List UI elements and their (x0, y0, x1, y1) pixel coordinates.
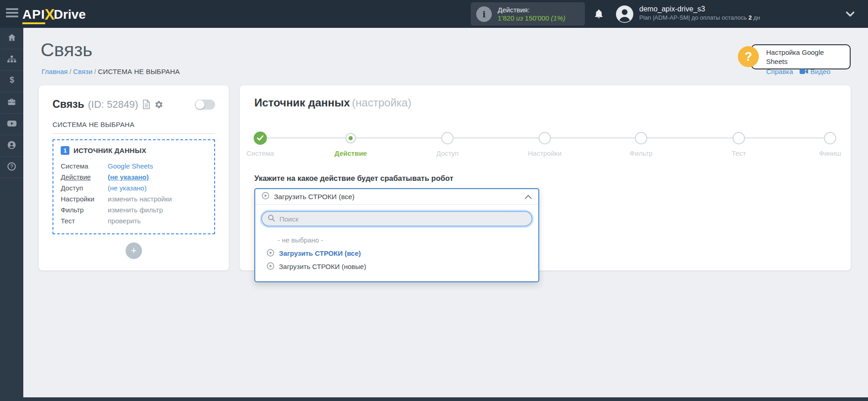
action-dropdown: Загрузить СТРОКИ (все) - не выбрано - За… (254, 188, 539, 282)
action-question: Укажите на какое действие будет срабатыв… (254, 174, 836, 183)
youtube-icon (7, 119, 17, 130)
source-row: Действие (не указано) (61, 172, 207, 183)
link-card: Связь (ID: 52849) СИСТЕМА НЕ ВЫБРАНА 1 И… (39, 85, 229, 270)
help-question-icon[interactable]: ? (738, 46, 759, 67)
data-source-block[interactable]: 1 ИСТОЧНИК ДАННЫХ Система Google Sheets … (53, 139, 215, 234)
apixdrive-logo[interactable]: APIXDrive (22, 5, 86, 24)
source-row: Система Google Sheets (61, 161, 207, 172)
breadcrumb-separator: / (69, 68, 71, 75)
notifications-bell-icon[interactable] (594, 8, 604, 21)
step-node-4[interactable] (539, 132, 551, 144)
step-label: Система (247, 149, 274, 157)
menu-icon[interactable] (6, 8, 18, 19)
source-row-label: Тест (61, 216, 108, 227)
briefcase-icon (7, 97, 16, 108)
logo-text-x: X (45, 6, 55, 23)
video-camera-icon (800, 68, 808, 76)
logo-text-api: API (22, 7, 45, 24)
source-row-value[interactable]: (не указано) (108, 183, 147, 194)
active-dot (349, 136, 353, 140)
sidebar-item-user[interactable] (0, 135, 23, 157)
source-heading: ИСТОЧНИК ДАННЫХ (74, 147, 147, 154)
source-row-label: Доступ (61, 183, 108, 194)
sidebar-item-sitemap[interactable] (0, 49, 23, 71)
step-node-7[interactable] (824, 132, 836, 144)
user-menu[interactable]: demo_apix-drive_s3 Plan |ADM-AP-SM| до о… (639, 4, 760, 22)
svg-text:$: $ (10, 76, 14, 84)
video-link[interactable]: Видео (810, 68, 831, 75)
source-row: Доступ (не указано) (61, 183, 207, 194)
breadcrumb-link[interactable]: Главная (42, 68, 68, 75)
add-system-button[interactable]: + (126, 243, 142, 259)
step-label: Доступ (437, 149, 459, 157)
step-label: Тест (731, 149, 746, 157)
check-icon (257, 134, 264, 142)
chevron-down-icon[interactable] (846, 11, 855, 19)
breadcrumb-current: СИСТЕМА НЕ ВЫБРАНА (98, 68, 179, 75)
source-rows: Система Google Sheets Действие (не указа… (61, 161, 207, 227)
sidebar-item-help[interactable]: ? (0, 157, 23, 178)
topbar: APIXDrive i Действия: 1'820из150'000(1%)… (0, 0, 868, 28)
dropdown-option[interactable]: Загрузить СТРОКИ (новые) (261, 260, 532, 273)
step-node-5[interactable] (635, 132, 647, 144)
bottom-strip (0, 397, 868, 401)
dropdown-option[interactable]: - не выбрано - (261, 233, 532, 247)
link-enable-toggle[interactable] (195, 100, 215, 110)
source-row-value[interactable]: Google Sheets (108, 161, 153, 172)
dropdown-option[interactable]: Загрузить СТРОКИ (все) (261, 247, 532, 260)
user-icon (7, 140, 16, 152)
step-label: Действие (335, 149, 367, 157)
page-title: Связь (41, 39, 92, 61)
step-node-3[interactable] (442, 132, 454, 144)
breadcrumb-link[interactable]: Связи (73, 68, 92, 75)
link-card-title: Связь (53, 98, 84, 111)
source-row-label: Действие (61, 172, 108, 183)
source-row-value[interactable]: проверить (108, 216, 141, 227)
dropdown-header[interactable]: Загрузить СТРОКИ (все) (255, 189, 538, 205)
gear-icon[interactable] (154, 100, 163, 109)
actions-counter: i Действия: 1'820из150'000(1%) (471, 2, 585, 26)
dropdown-search (261, 211, 532, 227)
source-row-label: Система (61, 161, 108, 172)
username: demo_apix-drive_s3 (639, 4, 760, 14)
chevron-up-icon[interactable] (525, 195, 532, 199)
logo-text-drive: Drive (54, 7, 86, 22)
svg-text:?: ? (10, 164, 13, 169)
counter-label: Действия: (498, 6, 567, 14)
dropdown-options: - не выбрано - Загрузить СТРОКИ (все) За… (261, 233, 532, 273)
dropdown-selected-value: Загрузить СТРОКИ (все) (274, 193, 355, 201)
step-label: Фильтр (630, 149, 652, 157)
help-link[interactable]: Справка (766, 68, 793, 75)
sitemap-icon (7, 55, 16, 65)
panel-title: Источник данных (254, 96, 350, 109)
user-avatar[interactable] (615, 5, 634, 25)
help-box: Настройка Google Sheets Справка Видео (751, 44, 851, 69)
setup-stepper: СистемаДействиеДоступНастройкиФильтрТест… (240, 116, 851, 160)
link-id: (ID: 52849) (88, 99, 138, 111)
sidebar-item-briefcase[interactable] (0, 92, 23, 114)
sidebar-item-dollar[interactable]: $ (0, 71, 23, 92)
source-row-value[interactable]: (не указано) (108, 172, 149, 183)
source-row-label: Настройки (61, 194, 108, 205)
play-circle-icon (262, 192, 269, 201)
dollar-icon: $ (7, 76, 16, 87)
breadcrumb: Главная/Связи/СИСТЕМА НЕ ВЫБРАНА (42, 68, 180, 75)
info-icon: i (476, 6, 492, 22)
divider (53, 133, 215, 134)
sidebar-item-home[interactable] (0, 28, 23, 49)
plan-info: Plan |ADM-AP-SM| до оплаты осталось 2 дн (639, 14, 760, 22)
link-status: СИСТЕМА НЕ ВЫБРАНА (53, 121, 215, 128)
source-row-value[interactable]: изменить настройки (108, 194, 172, 205)
source-row: Фильтр изменить фильтр (61, 205, 207, 216)
source-row: Тест проверить (61, 216, 207, 227)
search-input[interactable] (279, 215, 526, 223)
step-node-6[interactable] (733, 132, 745, 144)
home-icon (7, 33, 16, 44)
step-node-2[interactable] (346, 133, 356, 143)
step-node-1[interactable] (254, 132, 267, 145)
help-box-title: Настройка Google Sheets (766, 48, 845, 66)
document-icon[interactable] (142, 100, 150, 109)
sidebar-item-youtube[interactable] (0, 114, 23, 135)
source-row-value[interactable]: изменить фильтр (108, 205, 163, 216)
search-icon (268, 214, 275, 224)
